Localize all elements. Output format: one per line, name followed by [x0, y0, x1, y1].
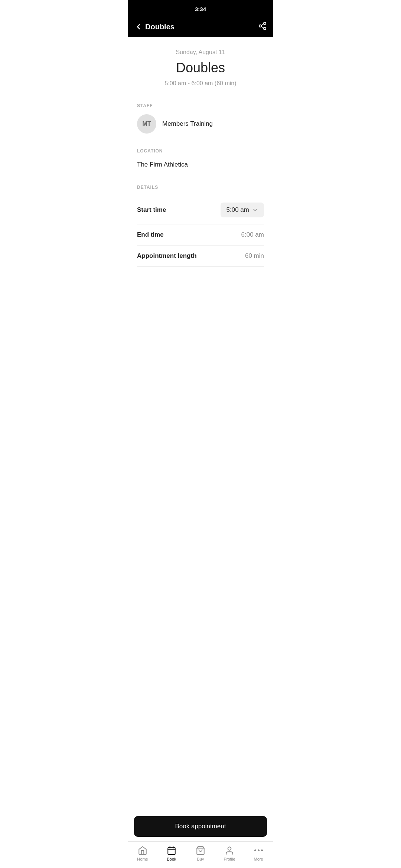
end-time-row: End time 6:00 am: [137, 224, 264, 246]
appointment-length-label: Appointment length: [137, 252, 197, 260]
staff-avatar: MT: [137, 114, 156, 134]
event-date: Sunday, August 11: [137, 49, 264, 56]
appointment-length-row: Appointment length 60 min: [137, 246, 264, 267]
status-time: 3:34: [195, 6, 206, 12]
staff-row: MT Members Training: [137, 114, 264, 134]
staff-initials: MT: [142, 121, 151, 127]
main-content: Sunday, August 11 Doubles 5:00 am - 6:00…: [128, 37, 273, 329]
event-title: Doubles: [137, 60, 264, 76]
staff-name: Members Training: [162, 120, 213, 128]
end-time-label: End time: [137, 231, 164, 239]
top-nav: Doubles: [128, 16, 273, 37]
back-button[interactable]: Doubles: [134, 22, 175, 31]
start-time-selector[interactable]: 5:00 am: [221, 203, 264, 217]
svg-line-3: [261, 27, 264, 28]
back-arrow-icon: [134, 22, 143, 31]
start-time-row: Start time 5:00 am: [137, 196, 264, 224]
share-icon: [258, 22, 267, 30]
details-section: DETAILS Start time 5:00 am End time 6:00…: [137, 177, 264, 270]
status-bar: 3:34: [128, 0, 273, 16]
details-section-label: DETAILS: [137, 185, 264, 190]
share-button[interactable]: [258, 22, 267, 32]
event-header: Sunday, August 11 Doubles 5:00 am - 6:00…: [137, 37, 264, 96]
start-time-value: 5:00 am: [226, 206, 249, 214]
event-time-range: 5:00 am - 6:00 am (60 min): [137, 80, 264, 87]
end-time-value: 6:00 am: [241, 231, 264, 239]
appointment-length-value: 60 min: [245, 252, 264, 260]
svg-line-4: [261, 24, 264, 26]
staff-section-label: STAFF: [137, 103, 264, 108]
staff-section: STAFF MT Members Training: [137, 96, 264, 141]
location-name: The Firm Athletica: [137, 160, 264, 174]
location-section-label: LOCATION: [137, 148, 264, 154]
chevron-down-icon: [252, 207, 258, 213]
nav-title: Doubles: [145, 23, 175, 31]
location-section: LOCATION The Firm Athletica: [137, 141, 264, 177]
start-time-label: Start time: [137, 206, 166, 214]
